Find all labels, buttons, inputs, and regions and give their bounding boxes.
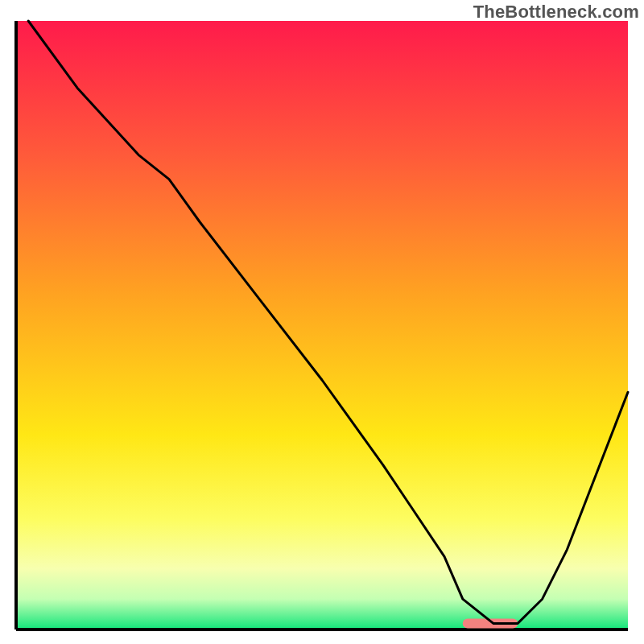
heat-gradient-background [16,21,628,630]
chart-canvas [0,0,644,644]
bottleneck-chart: TheBottleneck.com [0,0,644,644]
